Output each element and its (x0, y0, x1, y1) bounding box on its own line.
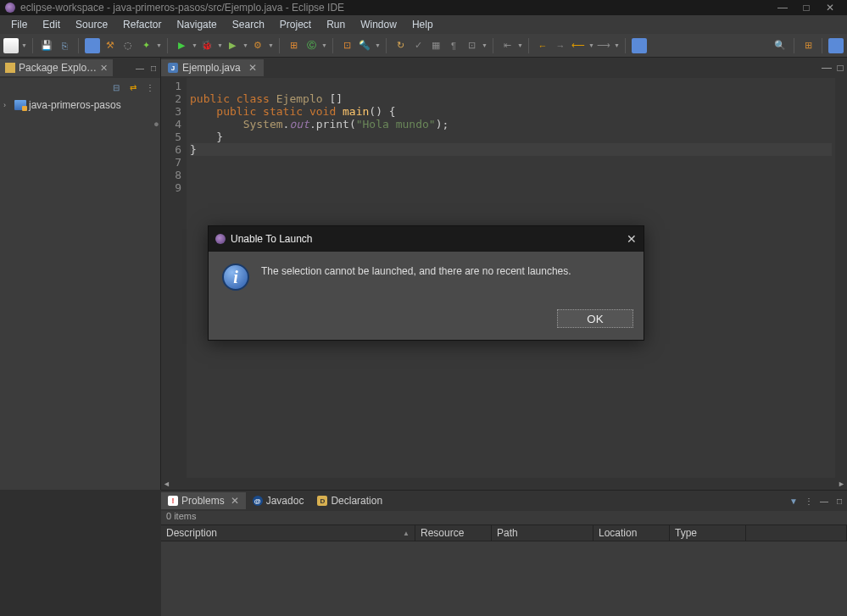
menu-source[interactable]: Source (75, 19, 108, 31)
overview-ruler[interactable] (835, 78, 847, 478)
minimize-button[interactable]: — (771, 2, 794, 14)
open-type-icon[interactable]: ⊡ (339, 38, 354, 53)
external-tools-icon[interactable]: ⚙ (250, 38, 265, 53)
dialog-title: Unable To Launch (231, 233, 313, 245)
maximize-view-icon[interactable]: □ (147, 64, 160, 73)
scroll-right-icon[interactable]: ► (838, 480, 845, 488)
ok-button[interactable]: OK (557, 309, 633, 328)
toggle-breadcrumb-icon[interactable] (85, 38, 100, 53)
col-resource[interactable]: Resource (415, 525, 492, 541)
project-icon (14, 100, 26, 110)
back-icon[interactable]: ← (535, 38, 550, 53)
info-icon: i (222, 264, 249, 291)
expand-icon[interactable]: › (3, 101, 12, 109)
dialog-message: The selection cannot be launched, and th… (261, 264, 571, 277)
col-description[interactable]: Description▲ (161, 525, 415, 541)
bottom-maximize-icon[interactable]: □ (832, 497, 847, 506)
declaration-icon: D (317, 496, 327, 506)
launch-error-dialog: Unable To Launch ✕ i The selection canno… (208, 225, 644, 341)
run-icon[interactable]: ▶ (174, 38, 189, 53)
whitespace-icon[interactable]: ¶ (446, 38, 461, 53)
new-icon[interactable] (3, 38, 19, 53)
problems-icon: ! (168, 496, 178, 506)
window-title: eclipse-workspace - java-primeros-pasos/… (20, 2, 344, 14)
block-select-icon[interactable]: ▦ (428, 38, 443, 53)
editor-tab[interactable]: J Ejemplo.java ✕ (161, 59, 264, 76)
coverage-icon[interactable]: ▶ (225, 38, 240, 53)
package-explorer-icon (5, 63, 15, 73)
filter-icon[interactable]: ▼ (786, 497, 801, 506)
javadoc-tab[interactable]: @ Javadoc (246, 492, 311, 509)
package-explorer-label: Package Explo… (19, 62, 97, 74)
menu-navigate[interactable]: Navigate (176, 19, 216, 31)
java-perspective-icon[interactable] (828, 38, 844, 53)
problems-tab[interactable]: ! Problems ✕ (161, 492, 246, 509)
dialog-app-icon (215, 234, 226, 244)
menu-refactor[interactable]: Refactor (123, 19, 161, 31)
problems-table-body (161, 541, 847, 616)
sidebar: Package Explo… ✕ — □ ⊟ ⇄ ⋮ › java-primer… (0, 58, 161, 490)
new-class-icon[interactable]: Ⓒ (304, 38, 319, 53)
toggle-mark-icon[interactable]: ✓ (410, 38, 426, 53)
build-icon[interactable]: ⚒ (103, 38, 118, 53)
refresh-icon[interactable]: ↻ (393, 38, 408, 53)
quick-access-icon[interactable]: 🔍 (772, 38, 788, 53)
package-explorer-tab[interactable]: Package Explo… ✕ (0, 59, 113, 76)
close-window-button[interactable]: ✕ (818, 2, 842, 14)
new-package-icon[interactable]: ⊞ (286, 38, 301, 53)
menu-search[interactable]: Search (232, 19, 265, 31)
close-view-icon[interactable]: ✕ (100, 63, 108, 74)
col-empty (746, 525, 847, 541)
annotation-prev-icon[interactable]: ⇤ (499, 38, 515, 53)
project-node[interactable]: › java-primeros-pasos (3, 98, 157, 112)
collapse-all-icon[interactable]: ⊟ (109, 80, 123, 94)
col-path[interactable]: Path (492, 525, 593, 541)
menu-file[interactable]: File (11, 19, 27, 31)
editor-minimize-icon[interactable]: — (820, 62, 833, 74)
editor-tab-label: Ejemplo.java (182, 62, 241, 74)
perspective-icon[interactable] (632, 38, 647, 53)
close-editor-icon[interactable]: ✕ (248, 62, 257, 74)
open-perspective-icon[interactable]: ⊞ (800, 38, 816, 53)
debug-icon[interactable]: 🐞 (199, 38, 215, 53)
problems-label: Problems (181, 495, 225, 507)
menu-project[interactable]: Project (280, 19, 311, 31)
minimize-view-icon[interactable]: — (133, 64, 147, 73)
project-tree: › java-primeros-pasos (0, 97, 160, 114)
col-type[interactable]: Type (670, 525, 746, 541)
bottom-view-menu-icon[interactable]: ⋮ (801, 497, 816, 506)
main-toolbar: ▼ 💾 ⎘ ⚒ ◌ ✦▼ ▶▼ 🐞▼ ▶▼ ⚙▼ ⊞ Ⓒ▼ ⊡ 🔦▼ ↻ ✓ ▦… (0, 34, 847, 58)
menu-bar: File Edit Source Refactor Navigate Searc… (0, 15, 847, 34)
maximize-button[interactable]: □ (794, 2, 818, 14)
close-problems-icon[interactable]: ✕ (231, 495, 239, 507)
window-titlebar: eclipse-workspace - java-primeros-pasos/… (0, 0, 847, 15)
menu-edit[interactable]: Edit (42, 19, 60, 31)
project-label: java-primeros-pasos (29, 99, 121, 111)
next-edit-icon[interactable]: ⟶ (596, 38, 611, 53)
save-all-icon[interactable]: ⎘ (57, 38, 72, 53)
forward-icon[interactable]: → (553, 38, 568, 53)
declaration-label: Declaration (331, 495, 382, 507)
menu-help[interactable]: Help (412, 19, 433, 31)
dialog-titlebar[interactable]: Unable To Launch ✕ (209, 226, 644, 252)
scroll-left-icon[interactable]: ◄ (163, 480, 170, 488)
declaration-tab[interactable]: D Declaration (310, 492, 389, 509)
last-edit-icon[interactable]: ⟵ (571, 38, 586, 53)
col-location[interactable]: Location (593, 525, 670, 541)
horizontal-scrollbar[interactable]: ◄ ► (161, 478, 847, 490)
link-editor-icon[interactable]: ⇄ (126, 80, 140, 94)
save-icon[interactable]: 💾 (39, 38, 54, 53)
problems-status: 0 items (161, 511, 847, 524)
pin-editor-icon[interactable]: ⊡ (464, 38, 479, 53)
editor-maximize-icon[interactable]: □ (833, 62, 847, 74)
javadoc-label: Javadoc (266, 495, 304, 507)
bottom-minimize-icon[interactable]: — (816, 497, 832, 506)
menu-window[interactable]: Window (360, 19, 397, 31)
menu-run[interactable]: Run (326, 19, 345, 31)
view-menu-icon[interactable]: ⋮ (143, 80, 157, 94)
new-type-icon[interactable]: ✦ (138, 38, 153, 53)
search-icon[interactable]: 🔦 (357, 38, 372, 53)
java-file-icon: J (168, 63, 178, 73)
skip-breakpoints-icon[interactable]: ◌ (120, 38, 136, 53)
dialog-close-icon[interactable]: ✕ (627, 232, 637, 246)
